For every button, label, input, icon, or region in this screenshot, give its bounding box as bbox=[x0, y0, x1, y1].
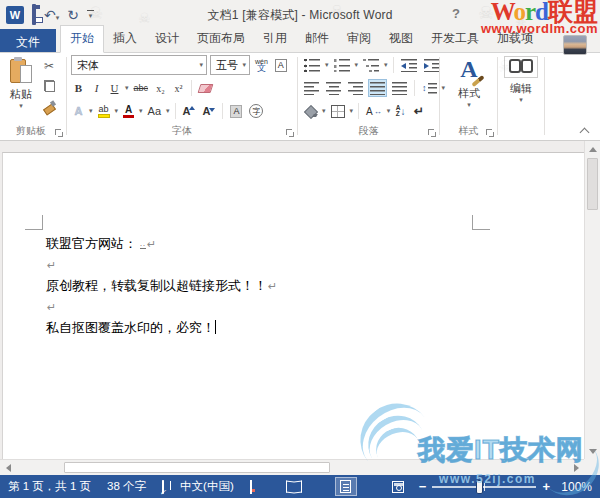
vertical-scrollbar[interactable] bbox=[584, 141, 600, 459]
tab-developer[interactable]: 开发工具 bbox=[422, 26, 488, 52]
horizontal-scroll-thumb[interactable] bbox=[64, 462, 330, 473]
help-button[interactable]: ? bbox=[452, 6, 460, 21]
tab-insert[interactable]: 插入 bbox=[104, 26, 146, 52]
tab-file[interactable]: 文件 bbox=[0, 29, 56, 52]
scroll-left-button[interactable] bbox=[0, 460, 16, 476]
borders-button[interactable] bbox=[329, 102, 347, 120]
tab-view[interactable]: 视图 bbox=[380, 26, 422, 52]
language-indicator[interactable]: 中文(中国) bbox=[180, 479, 234, 494]
zoom-level[interactable]: 100% bbox=[556, 480, 592, 494]
chevron-down-icon[interactable]: ▾ bbox=[115, 107, 119, 115]
justify-button[interactable] bbox=[368, 79, 387, 97]
font-size-combo[interactable]: 五号▾ bbox=[210, 55, 250, 75]
zoom-slider-thumb[interactable] bbox=[476, 480, 483, 494]
chevron-down-icon[interactable]: ▾ bbox=[387, 107, 391, 115]
tab-design[interactable]: 设计 bbox=[146, 26, 188, 52]
chevron-down-icon[interactable]: ▾ bbox=[355, 61, 359, 69]
decrease-indent-button[interactable] bbox=[399, 56, 419, 74]
highlight-button[interactable]: ab bbox=[96, 102, 112, 120]
character-border-button[interactable]: A bbox=[273, 56, 289, 74]
grow-font-button[interactable]: A bbox=[181, 102, 198, 120]
bullets-button[interactable] bbox=[302, 56, 322, 74]
scroll-up-button[interactable] bbox=[585, 141, 600, 157]
character-shading-button[interactable]: A bbox=[228, 102, 244, 120]
bold-button[interactable]: B bbox=[71, 79, 86, 97]
cut-button[interactable]: ✂ bbox=[41, 57, 57, 74]
word-count[interactable]: 38 个字 bbox=[107, 479, 146, 494]
chevron-down-icon[interactable]: ▾ bbox=[89, 107, 93, 115]
horizontal-scrollbar[interactable] bbox=[0, 459, 584, 475]
styles-dialog-launcher[interactable] bbox=[486, 129, 494, 137]
phonetic-guide-icon: wén文 bbox=[255, 58, 268, 72]
enclose-characters-button[interactable]: 字 bbox=[247, 102, 265, 120]
vertical-scroll-thumb[interactable] bbox=[587, 158, 598, 210]
doc-paragraph[interactable]: 私自抠图覆盖水印的，必究！ bbox=[46, 317, 277, 338]
change-case-button[interactable]: Aa bbox=[146, 102, 163, 120]
macro-record-button[interactable] bbox=[250, 481, 252, 493]
hyperlink-stub[interactable]: .. bbox=[140, 239, 146, 249]
doc-paragraph[interactable]: 联盟官方网站：..↵ bbox=[46, 233, 277, 254]
editing-button[interactable]: 编辑 ▾ bbox=[502, 56, 540, 104]
text-effects-button[interactable]: A bbox=[71, 102, 86, 120]
tab-mailings[interactable]: 邮件 bbox=[296, 26, 338, 52]
underline-button[interactable]: U bbox=[107, 79, 122, 97]
multilevel-list-button[interactable] bbox=[361, 56, 381, 74]
superscript-button[interactable]: x² bbox=[171, 79, 186, 97]
paragraph-text: 联盟官方网站： bbox=[46, 236, 137, 251]
paragraph-dialog-launcher[interactable] bbox=[428, 129, 436, 137]
chevron-down-icon[interactable]: ▾ bbox=[325, 61, 329, 69]
chevron-down-icon[interactable]: ▾ bbox=[166, 107, 170, 115]
zoom-out-button[interactable]: − bbox=[419, 479, 427, 494]
print-layout-button[interactable] bbox=[335, 477, 357, 496]
scroll-right-button[interactable] bbox=[568, 460, 584, 476]
align-left-button[interactable] bbox=[302, 79, 321, 97]
web-layout-button[interactable] bbox=[387, 477, 409, 496]
italic-button[interactable]: I bbox=[89, 79, 104, 97]
proofing-status-button[interactable] bbox=[162, 481, 164, 493]
distribute-button[interactable] bbox=[390, 79, 409, 97]
line-spacing-button[interactable]: ↕ bbox=[420, 79, 439, 97]
tab-addins[interactable]: 加载项 bbox=[488, 26, 542, 52]
font-name-combo[interactable]: 宋体▾ bbox=[71, 55, 207, 75]
shrink-font-button[interactable]: A bbox=[200, 102, 217, 120]
doc-paragraph[interactable]: ↵ bbox=[46, 254, 277, 275]
numbering-button[interactable] bbox=[332, 56, 352, 74]
show-hide-marks-button[interactable]: ↵ bbox=[411, 102, 426, 120]
tab-home[interactable]: 开始 bbox=[60, 25, 104, 53]
page-indicator[interactable]: 第 1 页，共 1 页 bbox=[8, 479, 91, 494]
sort-button[interactable]: AZ↓ bbox=[393, 102, 408, 120]
phonetic-guide-button[interactable]: wén文 bbox=[253, 56, 270, 74]
align-center-button[interactable] bbox=[324, 79, 343, 97]
read-mode-button[interactable] bbox=[283, 477, 305, 496]
doc-paragraph[interactable]: 原创教程，转载复制以超链接形式！！↵ bbox=[46, 275, 277, 296]
format-painter-button[interactable] bbox=[41, 97, 57, 114]
shading-button[interactable] bbox=[302, 102, 319, 120]
doc-paragraph[interactable]: ↵ bbox=[46, 296, 277, 317]
chevron-down-icon[interactable]: ▾ bbox=[139, 107, 143, 115]
chevron-down-icon[interactable]: ▾ bbox=[350, 107, 354, 115]
tab-page-layout[interactable]: 页面布局 bbox=[188, 26, 254, 52]
subscript-button[interactable]: x₂ bbox=[153, 79, 168, 97]
chevron-down-icon[interactable]: ▾ bbox=[322, 107, 326, 115]
copy-button[interactable] bbox=[41, 77, 57, 94]
styles-button[interactable]: A 样式 ▾ bbox=[448, 56, 490, 109]
font-dialog-launcher[interactable] bbox=[286, 129, 294, 137]
asian-layout-button[interactable]: A↔ bbox=[364, 102, 384, 120]
font-color-button[interactable]: A bbox=[121, 102, 136, 120]
document-text[interactable]: 联盟官方网站：..↵ ↵ 原创教程，转载复制以超链接形式！！↵ ↵ 私自抠图覆盖… bbox=[46, 233, 277, 338]
tab-review[interactable]: 审阅 bbox=[338, 26, 380, 52]
chevron-down-icon[interactable]: ▾ bbox=[125, 84, 129, 92]
document-area[interactable]: 联盟官方网站：..↵ ↵ 原创教程，转载复制以超链接形式！！↵ ↵ 私自抠图覆盖… bbox=[0, 141, 600, 459]
zoom-in-button[interactable]: + bbox=[542, 479, 550, 494]
collapse-ribbon-button[interactable] bbox=[580, 126, 588, 134]
align-right-button[interactable] bbox=[346, 79, 365, 97]
strikethrough-button[interactable]: abc bbox=[132, 79, 151, 97]
left-arrow-icon bbox=[6, 464, 11, 472]
scroll-down-button[interactable] bbox=[585, 443, 600, 459]
clipboard-dialog-launcher[interactable] bbox=[55, 129, 63, 137]
zoom-slider[interactable] bbox=[432, 486, 536, 488]
tab-references[interactable]: 引用 bbox=[254, 26, 296, 52]
clear-formatting-button[interactable] bbox=[197, 79, 214, 97]
user-avatar[interactable] bbox=[563, 35, 587, 55]
chevron-down-icon[interactable]: ▾ bbox=[384, 61, 388, 69]
